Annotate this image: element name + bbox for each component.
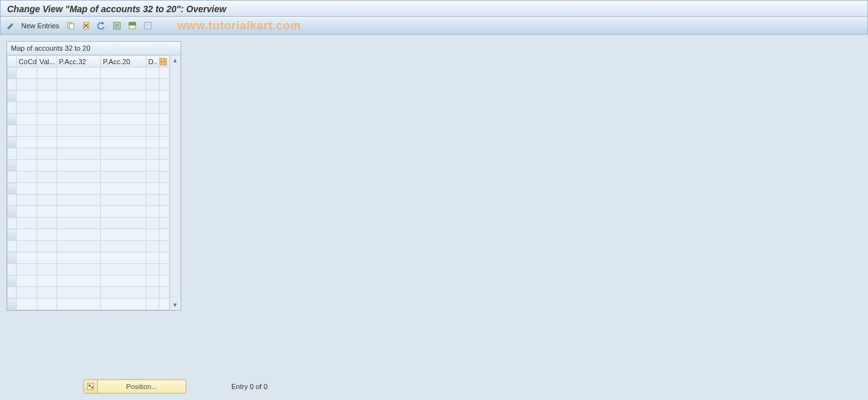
cell[interactable] [17, 148, 37, 160]
table-row[interactable] [8, 275, 170, 287]
cell[interactable] [17, 229, 37, 241]
row-selector[interactable] [8, 299, 17, 310]
cell[interactable] [101, 206, 146, 218]
cell[interactable] [37, 171, 57, 183]
cell[interactable] [57, 137, 101, 148]
cell[interactable] [17, 252, 37, 264]
cell[interactable] [146, 287, 159, 299]
cell[interactable] [37, 137, 57, 148]
cell[interactable] [17, 299, 37, 310]
cell[interactable] [57, 218, 101, 229]
cell[interactable] [57, 79, 101, 91]
cell[interactable] [57, 183, 101, 195]
cell[interactable] [101, 287, 146, 299]
row-selector[interactable] [8, 229, 17, 241]
cell[interactable] [101, 171, 146, 183]
cell[interactable] [146, 206, 159, 218]
cell[interactable] [101, 125, 146, 137]
cell[interactable] [37, 299, 57, 310]
cell[interactable] [17, 183, 37, 195]
select-all-rows[interactable] [8, 56, 17, 67]
cell[interactable] [101, 241, 146, 252]
cell[interactable] [37, 264, 57, 275]
cell[interactable] [37, 206, 57, 218]
cell[interactable] [17, 195, 37, 206]
cell[interactable] [37, 229, 57, 241]
cell[interactable] [37, 67, 57, 79]
table-row[interactable] [8, 195, 170, 206]
cell[interactable] [146, 79, 159, 91]
row-selector[interactable] [8, 183, 17, 195]
cell[interactable] [57, 241, 101, 252]
deselect-all-icon[interactable] [141, 19, 154, 32]
cell[interactable] [146, 91, 159, 102]
col-header-val[interactable]: Val... [37, 56, 57, 67]
cell[interactable] [101, 79, 146, 91]
cell[interactable] [17, 114, 37, 125]
delete-icon[interactable] [80, 19, 93, 32]
table-row[interactable] [8, 218, 170, 229]
cell[interactable] [57, 148, 101, 160]
table-row[interactable] [8, 299, 170, 310]
cell[interactable] [146, 195, 159, 206]
table-row[interactable] [8, 287, 170, 299]
cell[interactable] [146, 275, 159, 287]
cell[interactable] [37, 160, 57, 171]
cell[interactable] [17, 79, 37, 91]
row-selector[interactable] [8, 91, 17, 102]
cell[interactable] [17, 218, 37, 229]
cell[interactable] [17, 241, 37, 252]
cell[interactable] [57, 275, 101, 287]
cell[interactable] [17, 275, 37, 287]
row-selector[interactable] [8, 114, 17, 125]
row-selector[interactable] [8, 252, 17, 264]
cell[interactable] [57, 287, 101, 299]
col-header-cocd[interactable]: CoCd [17, 56, 37, 67]
cell[interactable] [57, 299, 101, 310]
cell[interactable] [57, 195, 101, 206]
cell[interactable] [37, 125, 57, 137]
cell[interactable] [17, 287, 37, 299]
table-row[interactable] [8, 125, 170, 137]
row-selector[interactable] [8, 79, 17, 91]
cell[interactable] [101, 195, 146, 206]
cell[interactable] [57, 125, 101, 137]
cell[interactable] [101, 252, 146, 264]
scroll-down-icon[interactable]: ▼ [172, 301, 179, 309]
row-selector[interactable] [8, 218, 17, 229]
cell[interactable] [146, 171, 159, 183]
cell[interactable] [37, 183, 57, 195]
cell[interactable] [146, 229, 159, 241]
cell[interactable] [101, 275, 146, 287]
table-row[interactable] [8, 91, 170, 102]
cell[interactable] [57, 114, 101, 125]
cell[interactable] [146, 218, 159, 229]
col-header-p20[interactable]: P.Acc.20 [101, 56, 146, 67]
cell[interactable] [57, 229, 101, 241]
cell[interactable] [146, 264, 159, 275]
row-selector[interactable] [8, 160, 17, 171]
cell[interactable] [146, 114, 159, 125]
row-selector[interactable] [8, 264, 17, 275]
table-row[interactable] [8, 229, 170, 241]
cell[interactable] [37, 114, 57, 125]
col-header-p32[interactable]: P.Acc.32 [57, 56, 101, 67]
cell[interactable] [57, 67, 101, 79]
cell[interactable] [101, 114, 146, 125]
cell[interactable] [17, 67, 37, 79]
row-selector[interactable] [8, 171, 17, 183]
cell[interactable] [57, 206, 101, 218]
edit-toggle-icon[interactable] [4, 19, 17, 32]
cell[interactable] [17, 102, 37, 114]
row-selector[interactable] [8, 287, 17, 299]
cell[interactable] [101, 160, 146, 171]
select-block-icon[interactable] [126, 19, 139, 32]
cell[interactable] [17, 160, 37, 171]
cell[interactable] [57, 264, 101, 275]
row-selector[interactable] [8, 137, 17, 148]
table-row[interactable] [8, 137, 170, 148]
table-row[interactable] [8, 114, 170, 125]
new-entries-button[interactable]: New Entries [21, 22, 59, 30]
cell[interactable] [37, 252, 57, 264]
cell[interactable] [37, 102, 57, 114]
